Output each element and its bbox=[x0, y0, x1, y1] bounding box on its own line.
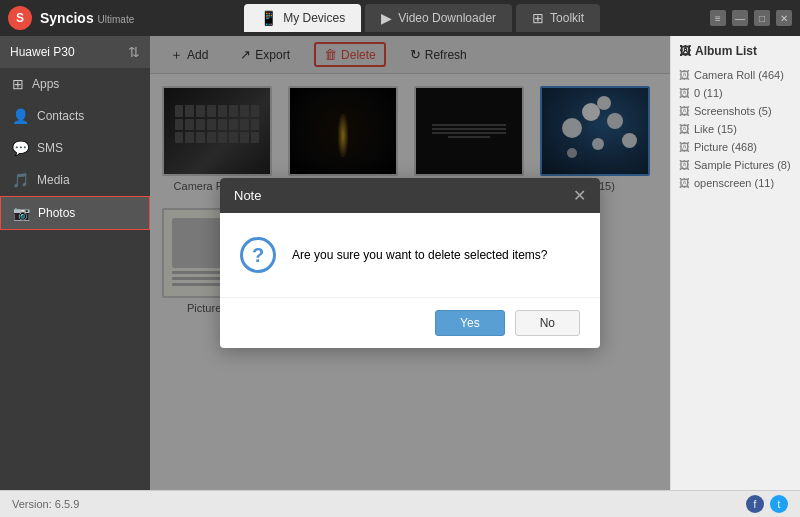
tab-my-devices[interactable]: 📱 My Devices bbox=[244, 4, 361, 32]
sidebar-item-apps-label: Apps bbox=[32, 77, 59, 91]
sidebar-item-apps[interactable]: ⊞ Apps bbox=[0, 68, 150, 100]
modal-title: Note bbox=[234, 188, 261, 203]
modal-no-button[interactable]: No bbox=[515, 310, 580, 336]
album-item-zero[interactable]: 🖼 0 (11) bbox=[679, 84, 792, 102]
album-like-label: Like (15) bbox=[694, 123, 737, 135]
content-area: ＋ Add ↗ Export 🗑 Delete ↻ Refresh bbox=[150, 36, 670, 490]
title-bar-left: S Syncios Ultimate bbox=[8, 6, 134, 30]
sidebar-item-media[interactable]: 🎵 Media bbox=[0, 164, 150, 196]
title-bar-nav: 📱 My Devices ▶ Video Downloader ⊞ Toolki… bbox=[244, 4, 600, 32]
album-list-label: Album List bbox=[695, 44, 757, 58]
album-camera-roll-label: Camera Roll (464) bbox=[694, 69, 784, 81]
status-bar: Version: 6.5.9 f t bbox=[0, 490, 800, 517]
right-panel: 🖼 Album List 🖼 Camera Roll (464) 🖼 0 (11… bbox=[670, 36, 800, 490]
album-item-picture[interactable]: 🖼 Picture (468) bbox=[679, 138, 792, 156]
facebook-icon[interactable]: f bbox=[746, 495, 764, 513]
main-layout: Huawei P30 ⇅ ⊞ Apps 👤 Contacts 💬 SMS 🎵 M… bbox=[0, 36, 800, 490]
sidebar: Huawei P30 ⇅ ⊞ Apps 👤 Contacts 💬 SMS 🎵 M… bbox=[0, 36, 150, 490]
album-folder-icon: 🖼 bbox=[679, 105, 690, 117]
sidebar-item-photos-label: Photos bbox=[38, 206, 75, 220]
tab-video-downloader[interactable]: ▶ Video Downloader bbox=[365, 4, 512, 32]
modal-header: Note ✕ bbox=[220, 178, 600, 213]
toolkit-icon: ⊞ bbox=[532, 10, 544, 26]
album-picture-label: Picture (468) bbox=[694, 141, 757, 153]
tab-toolkit[interactable]: ⊞ Toolkit bbox=[516, 4, 600, 32]
note-modal: Note ✕ ? Are you sure you want to delete… bbox=[220, 178, 600, 348]
album-item-sample-pictures[interactable]: 🖼 Sample Pictures (8) bbox=[679, 156, 792, 174]
sidebar-item-sms-label: SMS bbox=[37, 141, 63, 155]
tab-toolkit-label: Toolkit bbox=[550, 11, 584, 25]
contacts-icon: 👤 bbox=[12, 108, 29, 124]
apps-icon: ⊞ bbox=[12, 76, 24, 92]
modal-overlay: Note ✕ ? Are you sure you want to delete… bbox=[150, 36, 670, 490]
album-list-title: 🖼 Album List bbox=[679, 44, 792, 58]
album-folder-icon: 🖼 bbox=[679, 141, 690, 153]
play-icon: ▶ bbox=[381, 10, 392, 26]
settings-button[interactable]: ≡ bbox=[710, 10, 726, 26]
album-folder-icon: 🖼 bbox=[679, 69, 690, 81]
album-sample-label: Sample Pictures (8) bbox=[694, 159, 791, 171]
window-controls: ≡ — □ ✕ bbox=[710, 10, 792, 26]
tab-video-downloader-label: Video Downloader bbox=[398, 11, 496, 25]
app-edition: Ultimate bbox=[98, 14, 135, 25]
album-zero-label: 0 (11) bbox=[694, 87, 723, 99]
album-item-openscreen[interactable]: 🖼 openscreen (11) bbox=[679, 174, 792, 192]
app-logo: S bbox=[8, 6, 32, 30]
modal-footer: Yes No bbox=[220, 297, 600, 348]
sync-arrows[interactable]: ⇅ bbox=[128, 44, 140, 60]
social-icons: f t bbox=[746, 495, 788, 513]
sidebar-item-contacts-label: Contacts bbox=[37, 109, 84, 123]
sms-icon: 💬 bbox=[12, 140, 29, 156]
sidebar-item-media-label: Media bbox=[37, 173, 70, 187]
sidebar-item-photos[interactable]: 📷 Photos bbox=[0, 196, 150, 230]
album-folder-icon: 🖼 bbox=[679, 123, 690, 135]
app-name: Syncios Ultimate bbox=[40, 10, 134, 26]
close-button[interactable]: ✕ bbox=[776, 10, 792, 26]
modal-yes-button[interactable]: Yes bbox=[435, 310, 505, 336]
album-list-icon: 🖼 bbox=[679, 44, 691, 58]
album-folder-icon: 🖼 bbox=[679, 177, 690, 189]
phone-icon: 📱 bbox=[260, 10, 277, 26]
title-bar: S Syncios Ultimate 📱 My Devices ▶ Video … bbox=[0, 0, 800, 36]
media-icon: 🎵 bbox=[12, 172, 29, 188]
album-item-screenshots[interactable]: 🖼 Screenshots (5) bbox=[679, 102, 792, 120]
album-screenshots-label: Screenshots (5) bbox=[694, 105, 772, 117]
version-label: Version: 6.5.9 bbox=[12, 498, 79, 510]
photos-icon: 📷 bbox=[13, 205, 30, 221]
modal-close-button[interactable]: ✕ bbox=[573, 186, 586, 205]
device-name: Huawei P30 bbox=[10, 45, 75, 59]
tab-my-devices-label: My Devices bbox=[283, 11, 345, 25]
sidebar-item-sms[interactable]: 💬 SMS bbox=[0, 132, 150, 164]
album-folder-icon: 🖼 bbox=[679, 159, 690, 171]
sidebar-item-contacts[interactable]: 👤 Contacts bbox=[0, 100, 150, 132]
album-folder-icon: 🖼 bbox=[679, 87, 690, 99]
device-header: Huawei P30 ⇅ bbox=[0, 36, 150, 68]
question-icon: ? bbox=[240, 237, 276, 273]
album-openscreen-label: openscreen (11) bbox=[694, 177, 774, 189]
album-item-like[interactable]: 🖼 Like (15) bbox=[679, 120, 792, 138]
twitter-icon[interactable]: t bbox=[770, 495, 788, 513]
minimize-button[interactable]: — bbox=[732, 10, 748, 26]
modal-body: ? Are you sure you want to delete select… bbox=[220, 213, 600, 297]
modal-message: Are you sure you want to delete selected… bbox=[292, 248, 547, 262]
album-item-camera-roll[interactable]: 🖼 Camera Roll (464) bbox=[679, 66, 792, 84]
maximize-button[interactable]: □ bbox=[754, 10, 770, 26]
